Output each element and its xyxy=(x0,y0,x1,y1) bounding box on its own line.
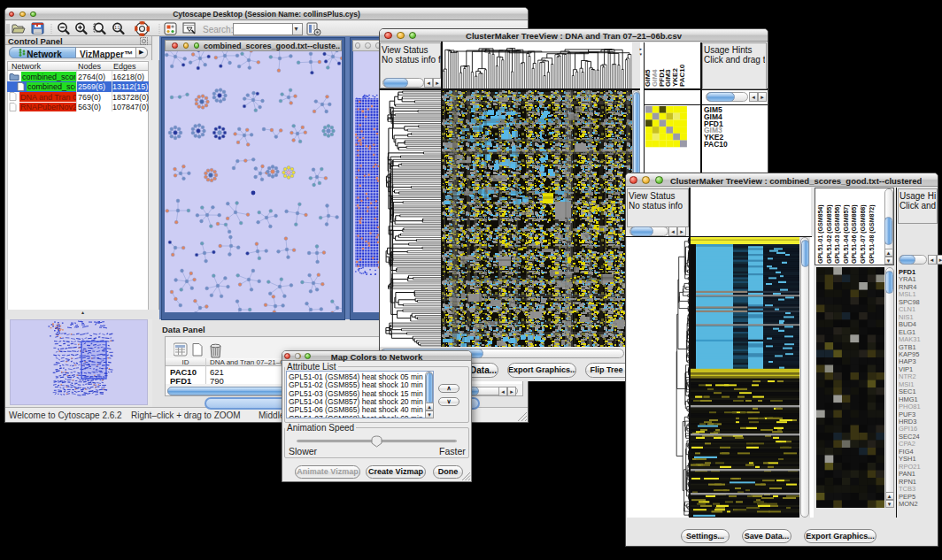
svg-text:1:1: 1:1 xyxy=(114,26,120,30)
